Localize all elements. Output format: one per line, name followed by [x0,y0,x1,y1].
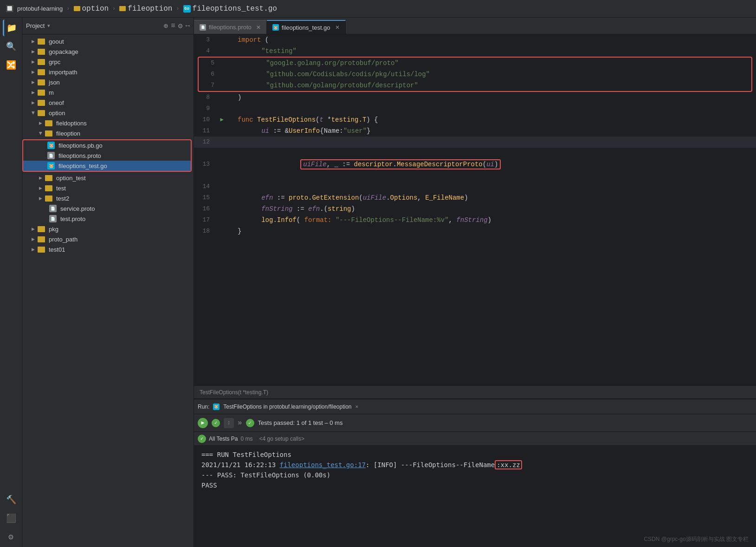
tree-item-gopackage[interactable]: ▶ gopackage [22,46,194,57]
tab-fileoptions-proto[interactable]: 📄 fileoptions.proto ✕ [194,20,267,34]
proto-file-icon: 📄 [47,152,55,159]
run-gutter-icon[interactable]: ▶ [220,114,223,125]
collapse-arrow: ▶ [32,227,35,231]
collapse-arrow: ▶ [32,70,35,74]
folder-icon-open [45,130,52,137]
sidebar-actions: ⊕ ≡ ⚙ ↔ [164,21,190,31]
uifile-highlight-box: uiFile, _ := descriptor.MessageDescripto… [300,159,501,169]
folder-icon [38,100,45,106]
go-test-file-icon: 🐹 [47,162,55,169]
setup-calls: <4 go setup calls> [259,436,304,442]
pin-icon[interactable]: ↔ [185,22,190,30]
all-tests-label: All Tests Pa [209,436,238,442]
collapse-arrow-open: ▶ [31,111,36,115]
code-line-14: 14 [194,181,756,192]
tree-item-grpc[interactable]: ▶ grpc [22,57,194,67]
sidebar-header: Project ▾ ⊕ ≡ ⚙ ↔ [22,18,194,34]
output-line-4: PASS [201,480,749,490]
tab-label-active: fileoptions_test.go [282,24,330,31]
left-sidebar-icons: 📁 🔍 🔀 🔨 ⬛ ⚙ [0,18,22,547]
vcs-icon[interactable]: 🔀 [3,57,19,73]
terminal-icon[interactable]: ⬛ [3,510,19,527]
tree-item-oneof[interactable]: ▶ oneof [22,98,194,108]
tree-item-goout[interactable]: ▶ goout [22,36,194,46]
breadcrumb-fileoption[interactable]: fileoption [119,5,172,13]
run-tab-close[interactable]: ✕ [355,404,359,410]
project-view-icon[interactable]: 📁 [3,20,19,36]
tree-item-option[interactable]: ▶ option [22,108,194,118]
folder-icon [38,39,45,45]
file-tree: ▶ goout ▶ gopackage ▶ grpc ▶ importpath [22,34,194,547]
forward-icon[interactable]: » [238,419,242,427]
tab-close-active-button[interactable]: ✕ [335,24,340,31]
tree-item-fileoptions-pb-go[interactable]: 🐹 fileoptions.pb.go [23,140,191,150]
sidebar-title[interactable]: Project ▾ [26,22,50,29]
play-icon: ▶ [201,419,204,426]
tree-item-json[interactable]: ▶ json [22,77,194,87]
go-file-icon-title: Go [183,5,191,13]
tree-item-m[interactable]: ▶ m [22,87,194,98]
proto-tab-icon: 📄 [200,24,206,31]
pass-status-text: Tests passed: 1 of 1 test – 0 ms [258,419,343,426]
breadcrumb-option[interactable]: option [74,5,109,13]
settings-tree-icon[interactable]: ⚙ [178,21,183,31]
play-button[interactable]: ▶ [198,418,208,428]
all-tests-check-icon: ✓ [198,435,206,443]
tree-item-fileoptions-proto[interactable]: 📄 fileoptions.proto [23,150,191,161]
folder-icon-open [38,110,45,116]
collapse-arrow: ▶ [39,196,42,201]
code-editor[interactable]: 3 import ( 4 "testing" 5 "google.golang.… [194,34,756,385]
code-line-9: 9 [194,103,756,114]
tree-item-fileoption[interactable]: ▶ fileoption [22,128,194,138]
file-group-highlight: 🐹 fileoptions.pb.go 📄 fileoptions.proto … [22,139,192,172]
folder-icon-option [74,6,80,11]
tree-item-importpath[interactable]: ▶ importpath [22,67,194,77]
find-icon[interactable]: 🔍 [3,38,19,55]
editor-breadcrumb: TestFileOptions(t *testing.T) [194,385,756,398]
tab-fileoptions-test-go[interactable]: 🐹 fileoptions_test.go ✕ [267,20,346,34]
run-toolbar: ▶ ✓ ↕ » ✓ Tests passed: 1 of 1 test – 0 … [194,414,756,432]
folder-icon [38,59,45,65]
code-line-15: 15 efn := proto.GetExtension(uiFile.Opti… [194,192,756,203]
status-check-icon: ✓ [212,419,220,427]
tree-item-fileoptions-test-go[interactable]: 🐹 fileoptions_test.go [23,161,191,171]
code-line-11: 11 ui := &UserInfo{Name:"user"} [194,125,756,137]
collapse-arrow: ▶ [32,49,35,54]
dropdown-arrow-icon[interactable]: ▾ [47,23,50,29]
tree-item-test-proto[interactable]: 📄 test.proto [22,214,194,224]
import-highlight-box: 5 "google.golang.org/protobuf/proto" 6 "… [198,57,752,92]
titlebar: 🔲 protobuf-learning › option › fileoptio… [0,0,756,18]
breadcrumb-project[interactable]: protobuf-learning [17,5,63,12]
folder-icon [38,69,45,75]
tree-item-fieldoptions[interactable]: ▶ fieldoptions [22,118,194,128]
locate-icon[interactable]: ⊕ [164,21,168,31]
breadcrumb-file[interactable]: Go fileoptions_test.go [183,5,277,13]
tree-item-proto-path[interactable]: ▶ proto_path [22,234,194,244]
code-line-18: 18 } [194,226,756,237]
sort-icon[interactable]: ↕ [224,418,234,428]
file-link[interactable]: fileoptions_test.go:17 [280,461,366,469]
build-icon[interactable]: 🔨 [3,491,19,508]
project-dropdown-label: Project [26,22,45,29]
folder-icon [38,226,45,232]
code-line-16: 16 fnString := efn.(string) [194,203,756,215]
tab-close-button[interactable]: ✕ [256,24,261,31]
tree-item-test[interactable]: ▶ test [22,183,194,193]
tree-item-test2[interactable]: ▶ test2 [22,193,194,203]
settings-icon[interactable]: ⚙ [3,528,19,545]
tree-item-test01[interactable]: ▶ test01 [22,244,194,254]
run-go-icon: 🐹 [213,404,220,410]
collapse-arrow: ▶ [32,80,35,85]
run-panel: Run: 🐹 TestFileOptions in protobuf.learn… [194,398,756,547]
tree-item-service-proto[interactable]: 📄 service.proto [22,203,194,214]
output-line-1: === RUN TestFileOptions [201,449,749,460]
tree-item-pkg[interactable]: ▶ pkg [22,224,194,234]
folder-icon [45,175,52,181]
folder-icon [38,236,45,242]
proto-file-icon: 📄 [49,205,57,212]
tree-item-option-test[interactable]: ▶ option_test [22,173,194,183]
collapse-icon[interactable]: ≡ [171,22,175,30]
collapse-arrow: ▶ [32,100,35,105]
folder-icon [45,195,52,202]
code-line-5: 5 "google.golang.org/protobuf/proto" [199,58,751,69]
